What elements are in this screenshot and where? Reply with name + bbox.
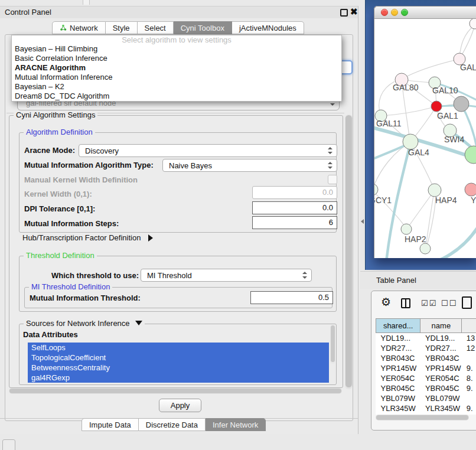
close-icon[interactable]: ✖: [350, 6, 358, 17]
table-cell[interactable]: YBL079W: [420, 393, 462, 403]
checked-boxes-icon[interactable]: ☑☑: [421, 299, 437, 308]
aracne-mode-combobox[interactable]: Discovery: [79, 144, 337, 157]
network-edge[interactable]: [381, 107, 432, 116]
table-horizontal-scrollbar[interactable]: [376, 415, 469, 420]
table-cell[interactable]: YBL079W: [376, 393, 420, 403]
tab-impute-data[interactable]: Impute Data: [81, 418, 139, 431]
table-cell[interactable]: YER054C: [420, 373, 462, 383]
table-cell[interactable]: YBR045C: [376, 383, 420, 393]
network-edge[interactable]: [459, 25, 475, 57]
node-gray[interactable]: [454, 96, 469, 112]
table-row[interactable]: YLR345WYLR345W9.: [376, 403, 476, 413]
node-bottom[interactable]: [420, 243, 431, 254]
table-cell[interactable]: 8.: [462, 373, 476, 383]
node-bright-green[interactable]: [465, 146, 476, 164]
node-gcy1[interactable]: [374, 184, 378, 195]
attribute-item-selfloops[interactable]: SelfLoops: [28, 343, 329, 353]
column-header-name[interactable]: name: [420, 319, 462, 333]
table-cell[interactable]: YPR145W: [376, 363, 420, 373]
table-row[interactable]: YDR27...YDR27...12: [376, 343, 476, 353]
kernel-width-field[interactable]: 0.0: [252, 186, 337, 199]
dpi-tolerance-field[interactable]: 0.0: [252, 201, 337, 214]
tab-discretize-data[interactable]: Discretize Data: [139, 418, 206, 431]
gear-icon[interactable]: ⚙: [381, 296, 391, 309]
settings-horizontal-scrollbar[interactable]: [9, 388, 342, 394]
attribute-item-gal4rgexp[interactable]: gal4RGexp: [28, 373, 329, 383]
network-canvas[interactable]: GALGAL80GAL10GAL1GAL11SWI4GAL4GCY1HAP4YH…: [374, 19, 476, 258]
minimized-panel-button[interactable]: [2, 439, 15, 450]
float-icon[interactable]: [340, 9, 348, 17]
which-threshold-combobox[interactable]: MI Threshold: [141, 269, 312, 282]
table-cell[interactable]: YER054C: [376, 373, 420, 383]
table-cell[interactable]: YBR043C: [376, 353, 420, 363]
algorithm-option-bayesian-hill-climbing[interactable]: Bayesian – Hill Climbing: [12, 44, 341, 54]
columns-icon[interactable]: [401, 298, 410, 308]
table-cell[interactable]: YDR27...: [376, 343, 420, 353]
node-salmon-y[interactable]: [465, 183, 476, 196]
scrollbar-thumb[interactable]: [345, 115, 352, 387]
tab-select[interactable]: Select: [138, 21, 174, 34]
table-row[interactable]: YBR043CYBR043C: [376, 353, 476, 363]
split-pane-arrow-icon[interactable]: [361, 219, 364, 224]
table-row[interactable]: YPR145WYPR145W9.: [376, 363, 476, 373]
settings-vertical-scrollbar[interactable]: [345, 115, 353, 389]
scrollbar-thumb[interactable]: [376, 415, 468, 420]
tab-cyni-toolbox[interactable]: Cyni Toolbox: [174, 21, 232, 34]
column-header-3[interactable]: [462, 319, 476, 333]
algorithm-option-aracne-algorithm[interactable]: ARACNE Algorithm: [12, 63, 341, 73]
table-cell[interactable]: [462, 393, 476, 403]
table-row[interactable]: YBL079WYBL079W: [376, 393, 476, 403]
unchecked-boxes-icon[interactable]: ☐☐: [441, 299, 457, 308]
scrollbar-thumb[interactable]: [331, 325, 335, 362]
tab-network[interactable]: Network: [52, 21, 106, 34]
table-cell[interactable]: 9.: [462, 403, 476, 413]
algorithm-option-dream8-dc-tdc-algorithm[interactable]: Dream8 DC_TDC Algorithm: [12, 92, 341, 101]
mi-steps-field[interactable]: 6: [252, 216, 337, 229]
table-row[interactable]: YER054CYER054C8.: [376, 373, 476, 383]
table-cell[interactable]: YBR043C: [420, 353, 462, 363]
scrollbar-thumb[interactable]: [9, 389, 341, 393]
column-header-shared[interactable]: shared...: [376, 319, 420, 333]
algorithm-option-bayesian-k2[interactable]: Bayesian – K2: [12, 82, 341, 92]
table-cell[interactable]: YDL19...: [376, 333, 420, 344]
node-gal1[interactable]: [431, 101, 442, 112]
apply-button[interactable]: Apply: [159, 399, 201, 412]
table-row[interactable]: YDL19...YDL19...13: [376, 333, 476, 344]
network-edge[interactable]: [404, 59, 459, 78]
table-row[interactable]: YBR045CYBR045C9.: [376, 383, 476, 393]
hub-tf-definition-toggle[interactable]: Hub/Transcription Factor Definition: [22, 233, 153, 242]
minimize-traffic-light-icon[interactable]: [391, 9, 398, 16]
tab-infer-network[interactable]: Infer Network: [206, 418, 266, 431]
mi-threshold-field[interactable]: 0.5: [250, 291, 333, 304]
table-cell[interactable]: 12: [462, 343, 476, 353]
algorithm-option-mutual-information-inference[interactable]: Mutual Information Inference: [12, 73, 341, 82]
node-hap4[interactable]: [428, 184, 441, 197]
table-cell[interactable]: 9.: [462, 363, 476, 373]
attribute-item-topologicalcoefficient[interactable]: TopologicalCoefficient: [28, 353, 329, 363]
node-hap2[interactable]: [401, 224, 412, 234]
algorithm-option-basic-correlation-inference[interactable]: Basic Correlation Inference: [12, 54, 341, 63]
manual-kernel-checkbox[interactable]: [328, 175, 337, 184]
attribute-item-betweennesscentrality[interactable]: BetweennessCentrality: [28, 363, 329, 373]
table-cell[interactable]: 9.: [462, 383, 476, 393]
tab-style[interactable]: Style: [106, 21, 138, 34]
table-cell[interactable]: 13: [462, 333, 476, 344]
table-cell[interactable]: [462, 353, 476, 363]
table-cell[interactable]: YLR345W: [420, 403, 462, 413]
table-cell[interactable]: YDL19...: [420, 333, 462, 344]
close-traffic-light-icon[interactable]: [381, 9, 388, 16]
collapse-arrow-icon[interactable]: [135, 321, 142, 325]
data-attributes-label: Data Attributes: [23, 330, 78, 339]
table-cell[interactable]: YDR27...: [420, 343, 462, 353]
network-window-titlebar[interactable]: [374, 6, 476, 19]
table-cell[interactable]: YBR045C: [420, 383, 462, 393]
zoom-traffic-light-icon[interactable]: [401, 9, 408, 16]
table-cell[interactable]: YLR345W: [376, 403, 420, 413]
mi-type-combobox[interactable]: Naive Bayes: [162, 159, 337, 172]
tab-jactivemnodules[interactable]: jActiveMNodules: [232, 21, 304, 34]
node-top-cut[interactable]: [470, 19, 476, 29]
attributes-scrollbar[interactable]: [330, 325, 335, 364]
table-cell[interactable]: YPR145W: [420, 363, 462, 373]
document-icon[interactable]: [462, 296, 472, 309]
network-edge[interactable]: [407, 190, 435, 228]
